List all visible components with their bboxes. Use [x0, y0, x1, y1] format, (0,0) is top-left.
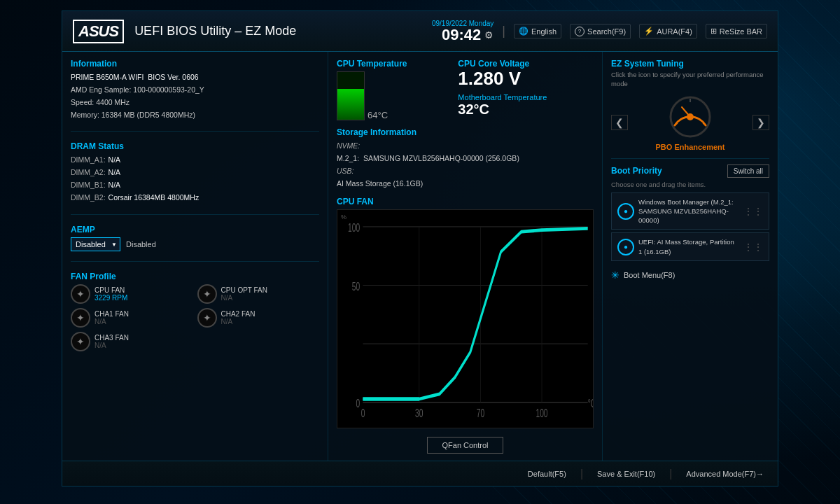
dram-section: DRAM Status DIMM_A1:N/A DIMM_A2:N/A DIMM… [71, 141, 319, 204]
y-axis-label: % [341, 214, 346, 220]
aemp-dropdown[interactable]: Disabled Profile 1 Profile 2 [71, 237, 120, 251]
cpufan-section: CPU FAN % 100 50 [337, 197, 594, 454]
cpu-voltage-title: CPU Core Voltage [458, 59, 594, 69]
cpu-temp-bar [337, 71, 365, 120]
svg-text:0: 0 [356, 397, 360, 410]
cha1-fan-info: CHA1 FAN N/A [94, 310, 129, 326]
cha2-fan-item: ✦ CHA2 FAN N/A [197, 308, 320, 328]
boot-desc: Choose one and drag the items. [611, 181, 769, 188]
cpu-opt-fan-name: CPU OPT FAN [221, 286, 268, 294]
cpu-fan-item: ✦ CPU FAN 3229 RPM [71, 284, 193, 304]
default-button[interactable]: Default(F5) [528, 470, 566, 478]
aura-icon: ⚡ [644, 27, 654, 36]
cha2-fan-name: CHA2 FAN [221, 310, 255, 318]
bios-title: UEFI BIOS Utility – EZ Mode [134, 24, 421, 38]
asus-logo: ASUS [73, 20, 124, 43]
cha3-fan-name: CHA3 FAN [94, 334, 129, 342]
footer-sep-2: | [669, 468, 672, 480]
language-label: English [531, 27, 556, 36]
cpufan-title: CPU FAN [337, 197, 594, 206]
cpu-voltage-value: 1.280 V [458, 69, 594, 89]
cpu-opt-fan-icon: ✦ [197, 284, 217, 304]
boot-item-0[interactable]: ● Windows Boot Manager (M.2_1: SAMSUNG M… [611, 192, 769, 230]
dram-title: DRAM Status [71, 141, 319, 151]
aemp-row: Disabled Profile 1 Profile 2 Disabled [71, 237, 319, 251]
memory-info: Memory: 16384 MB (DDR5 4800MHz) [71, 109, 319, 122]
boot-item-1[interactable]: ● UEFI: AI Mass Storage, Partition 1 (16… [611, 232, 769, 261]
qfan-button[interactable]: QFan Control [427, 437, 503, 454]
aemp-title: AEMP [71, 225, 319, 234]
boot-priority-title: Boot Priority [611, 166, 662, 176]
carousel-prev-button[interactable]: ❮ [611, 115, 628, 130]
cpu-opt-fan-info: CPU OPT FAN N/A [221, 286, 268, 302]
boot-disk-icon-0: ● [617, 203, 634, 220]
left-panel: Information PRIME B650M-A WIFI BIOS Ver.… [62, 52, 328, 461]
search-button[interactable]: ? Search(F9) [570, 24, 631, 39]
fan-chart-container: % 100 50 0 [337, 209, 594, 428]
storage-section: Storage Information NVME: M.2_1: SAMSUNG… [337, 127, 594, 190]
settings-icon[interactable]: ⚙ [484, 29, 493, 41]
board-info: PRIME B650M-A WIFI BIOS Ver. 0606 [71, 71, 319, 84]
dimm-b2: DIMM_B2:Corsair 16384MB 4800MHz [71, 192, 319, 204]
svg-text:100: 100 [536, 407, 547, 420]
svg-text:100: 100 [348, 221, 360, 234]
cha2-fan-icon: ✦ [197, 308, 217, 328]
header: ASUS UEFI BIOS Utility – EZ Mode 09/19/2… [62, 11, 778, 52]
cha1-fan-name: CHA1 FAN [94, 310, 129, 318]
mb-temp-title: Motherboard Temperature [458, 93, 594, 102]
boot-menu-button[interactable]: ✳ Boot Menu(F8) [611, 267, 769, 284]
svg-line-18 [682, 107, 690, 117]
carousel-center: PBO Enhancement [632, 94, 748, 151]
ez-tuning-desc: Click the icon to specify your preferred… [611, 70, 769, 89]
nvme-device-row: M.2_1: SAMSUNG MZVLB256HAHQ-00000 (256.0… [337, 153, 594, 165]
switch-all-button[interactable]: Switch all [727, 164, 769, 178]
dimm-a1: DIMM_A1:N/A [71, 154, 319, 167]
boot-item-menu-1[interactable]: ⋮⋮ [743, 241, 763, 253]
pbo-label: PBO Enhancement [655, 143, 724, 151]
cpu-fan-name: CPU FAN [94, 286, 127, 294]
aura-button[interactable]: ⚡ AURA(F4) [639, 24, 697, 38]
boot-item-text-1: UEFI: AI Mass Storage, Partition 1 (16.1… [638, 237, 739, 256]
cpu-fan-info: CPU FAN 3229 RPM [94, 286, 127, 302]
time-display: 09:42 [442, 27, 481, 43]
cpu-temp-area: CPU Temperature 64°C [337, 59, 449, 120]
resize-bar-button[interactable]: ⊞ ReSize BAR [706, 24, 767, 38]
cha1-fan-item: ✦ CHA1 FAN N/A [71, 308, 193, 328]
dimm-a2: DIMM_A2:N/A [71, 167, 319, 179]
info-title: Information [71, 59, 319, 69]
nvme-device: SAMSUNG MZVLB256HAHQ-00000 (256.0GB) [363, 154, 519, 162]
aemp-select-wrapper[interactable]: Disabled Profile 1 Profile 2 [71, 237, 120, 251]
cpu-temp-title: CPU Temperature [337, 59, 449, 69]
cha3-fan-info: CHA3 FAN N/A [94, 334, 129, 349]
cha2-fan-info: CHA2 FAN N/A [221, 310, 255, 326]
save-exit-button[interactable]: Save & Exit(F10) [597, 470, 655, 478]
footer: Default(F5) | Save & Exit(F10) | Advance… [62, 461, 778, 486]
svg-text:70: 70 [477, 407, 485, 420]
cpu-opt-fan-item: ✦ CPU OPT FAN N/A [197, 284, 320, 304]
boot-menu-icon: ✳ [611, 270, 620, 281]
cpu-opt-fan-value: N/A [221, 294, 268, 302]
nvme-slot: M.2_1: [337, 154, 359, 162]
aemp-section: AEMP Disabled Profile 1 Profile 2 Disabl… [71, 225, 319, 251]
cha2-fan-value: N/A [221, 318, 255, 326]
svg-text:0: 0 [361, 407, 365, 420]
speedometer-icon[interactable] [668, 94, 713, 140]
dimm-b1: DIMM_B1:N/A [71, 179, 319, 192]
resize-label: ReSize BAR [720, 27, 762, 36]
language-button[interactable]: 🌐 English [514, 24, 561, 38]
usb-device-row: AI Mass Storage (16.1GB) [337, 178, 594, 190]
cha3-fan-value: N/A [94, 342, 129, 349]
advanced-mode-button[interactable]: Advanced Mode(F7)→ [686, 470, 764, 478]
right-panel: EZ System Tuning Click the icon to speci… [603, 52, 778, 461]
separator: | [502, 24, 505, 38]
carousel-next-button[interactable]: ❯ [752, 115, 769, 130]
information-section: Information PRIME B650M-A WIFI BIOS Ver.… [71, 59, 319, 121]
fan-chart-svg: 100 50 0 0 30 70 100 °C [337, 210, 593, 428]
cpu-info: AMD Eng Sample: 100-000000593-20_Y [71, 84, 319, 97]
usb-label-row: USB: [337, 165, 594, 178]
search-label: Search(F9) [587, 27, 626, 36]
boot-item-menu-0[interactable]: ⋮⋮ [743, 206, 763, 217]
globe-icon: 🌐 [519, 27, 528, 36]
cpu-temp-value: 64°C [368, 110, 388, 120]
boot-priority-section: Boot Priority Switch all Choose one and … [611, 164, 769, 454]
